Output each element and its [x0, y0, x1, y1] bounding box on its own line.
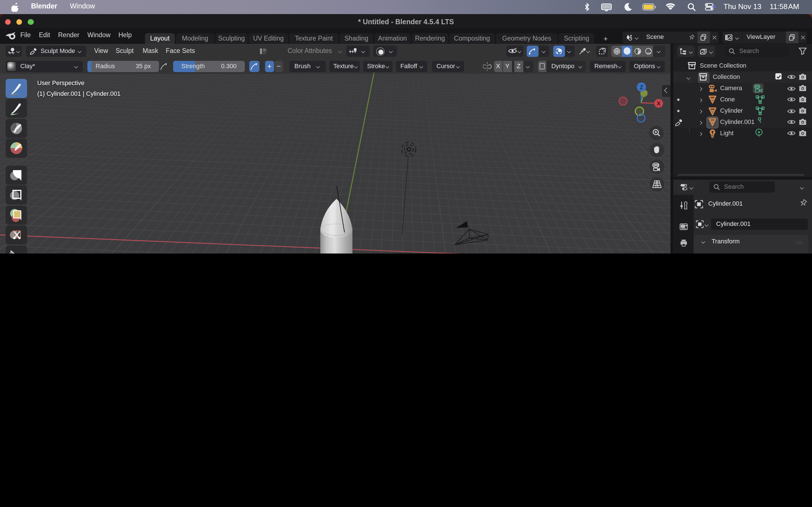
svg-text:X: X — [657, 100, 661, 106]
svg-text:Z: Z — [640, 84, 643, 90]
